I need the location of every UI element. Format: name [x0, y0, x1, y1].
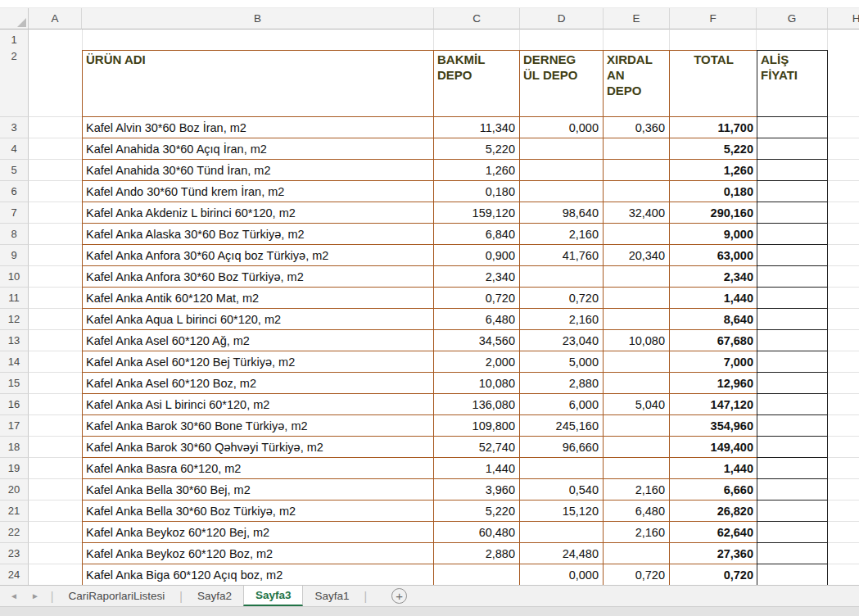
cell-product-name[interactable]: Kafel Anka Barok 30*60 Qəhvəyi Türkiyə, …: [82, 437, 434, 458]
cell-xirdalan-depo[interactable]: 0,720: [604, 564, 670, 585]
cell-bakmil-depo[interactable]: 1,440: [434, 458, 520, 479]
cell-total[interactable]: 7,000: [670, 351, 757, 373]
cell-total[interactable]: 2,340: [670, 266, 757, 288]
cell-bakmil-depo[interactable]: [434, 564, 520, 585]
cell-column-a[interactable]: [29, 266, 82, 288]
column-header-D[interactable]: D: [520, 8, 604, 29]
cell-total[interactable]: 8,640: [670, 309, 757, 330]
cell-total[interactable]: 0,720: [670, 564, 757, 585]
row-number[interactable]: 19: [0, 458, 29, 479]
cell-xirdalan-depo[interactable]: 20,340: [604, 245, 670, 266]
cell-total[interactable]: 290,160: [670, 202, 757, 224]
cell-total[interactable]: 1,260: [670, 160, 757, 181]
cell-dernegul-depo[interactable]: 96,660: [520, 437, 604, 458]
cell-column-h[interactable]: [828, 479, 859, 500]
cell-column-h[interactable]: [828, 564, 859, 585]
sheet-nav-next-icon[interactable]: ►: [31, 591, 39, 600]
cell-bakmil-depo[interactable]: 1,260: [434, 160, 520, 181]
column-header-H[interactable]: H: [828, 8, 859, 29]
cell-h2[interactable]: [828, 50, 859, 117]
cell-dernegul-depo[interactable]: [520, 458, 604, 479]
row-number[interactable]: 16: [0, 394, 29, 415]
cell-xirdalan-depo[interactable]: 2,160: [604, 522, 670, 543]
cell-xirdalan-depo[interactable]: 32,400: [604, 202, 670, 224]
row-number[interactable]: 24: [0, 564, 29, 585]
cell-bakmil-depo[interactable]: 6,840: [434, 224, 520, 245]
cell-dernegul-depo[interactable]: 24,480: [520, 543, 604, 564]
cell-product-name[interactable]: Kafel Anka Bella 30*60 Bej, m2: [82, 479, 434, 500]
cell-dernegul-depo[interactable]: 41,760: [520, 245, 604, 266]
cell-product-name[interactable]: Kafel Anka Antik 60*120 Mat, m2: [82, 288, 434, 309]
row-number[interactable]: 3: [0, 117, 29, 138]
cell-total[interactable]: 11,700: [670, 117, 757, 138]
cell-alis-fiyati[interactable]: [757, 330, 828, 351]
row-number[interactable]: 7: [0, 202, 29, 224]
header-xirdalan-depo[interactable]: XIRDAL AN DEPO: [604, 50, 670, 117]
cell-bakmil-depo[interactable]: 5,220: [434, 138, 520, 160]
cell-bakmil-depo[interactable]: 0,900: [434, 245, 520, 266]
column-header-A[interactable]: A: [29, 8, 82, 29]
cell-product-name[interactable]: Kafel Anka Asel 60*120 Bej Türkiyə, m2: [82, 351, 434, 373]
cell-total[interactable]: 63,000: [670, 245, 757, 266]
cell-column-h[interactable]: [828, 415, 859, 437]
cell-xirdalan-depo[interactable]: 0,360: [604, 117, 670, 138]
cell-dernegul-depo[interactable]: 15,120: [520, 500, 604, 522]
column-header-B[interactable]: B: [82, 8, 434, 29]
cell-xirdalan-depo[interactable]: [604, 181, 670, 202]
cell-xirdalan-depo[interactable]: [604, 224, 670, 245]
row-number[interactable]: 20: [0, 479, 29, 500]
cell-total[interactable]: 6,660: [670, 479, 757, 500]
cell-alis-fiyati[interactable]: [757, 564, 828, 585]
cell-column-h[interactable]: [828, 288, 859, 309]
cell-xirdalan-depo[interactable]: 10,080: [604, 330, 670, 351]
cell-alis-fiyati[interactable]: [757, 288, 828, 309]
cell-dernegul-depo[interactable]: 245,160: [520, 415, 604, 437]
cell-column-a[interactable]: [29, 224, 82, 245]
cell-column-h[interactable]: [828, 245, 859, 266]
cell-h1[interactable]: [828, 29, 859, 50]
row-number[interactable]: 10: [0, 266, 29, 288]
row-number[interactable]: 1: [0, 29, 29, 50]
cell-xirdalan-depo[interactable]: [604, 351, 670, 373]
cell-product-name[interactable]: Kafel Anka Basra 60*120, m2: [82, 458, 434, 479]
cell-total[interactable]: 5,220: [670, 138, 757, 160]
header-alis-fiyati[interactable]: ALİŞ FİYATI: [757, 50, 828, 117]
cell-alis-fiyati[interactable]: [757, 458, 828, 479]
cell-product-name[interactable]: Kafel Ando 30*60 Tünd krem İran, m2: [82, 181, 434, 202]
cell-column-a[interactable]: [29, 117, 82, 138]
cell-dernegul-depo[interactable]: 5,000: [520, 351, 604, 373]
cell-bakmil-depo[interactable]: 5,220: [434, 500, 520, 522]
cell-bakmil-depo[interactable]: 52,740: [434, 437, 520, 458]
cell-alis-fiyati[interactable]: [757, 394, 828, 415]
cell-total[interactable]: 147,120: [670, 394, 757, 415]
cell-alis-fiyati[interactable]: [757, 309, 828, 330]
sheet-tab-Sayfa1[interactable]: Sayfa1: [303, 586, 360, 606]
cell-column-a[interactable]: [29, 437, 82, 458]
cell-column-h[interactable]: [828, 500, 859, 522]
cell-column-h[interactable]: [828, 266, 859, 288]
cell-product-name[interactable]: Kafel Anka Anfora 30*60 Boz Türkiyə, m2: [82, 266, 434, 288]
column-header-G[interactable]: G: [757, 8, 828, 29]
cell-product-name[interactable]: Kafel Anka Alaska 30*60 Boz Türkiyə, m2: [82, 224, 434, 245]
cell-column-a[interactable]: [29, 138, 82, 160]
cell-column-a[interactable]: [29, 202, 82, 224]
cell-dernegul-depo[interactable]: 2,160: [520, 224, 604, 245]
cell-d1[interactable]: [520, 29, 604, 50]
row-number[interactable]: 6: [0, 181, 29, 202]
cell-column-h[interactable]: [828, 351, 859, 373]
row-number[interactable]: 17: [0, 415, 29, 437]
cell-total[interactable]: 27,360: [670, 543, 757, 564]
cell-alis-fiyati[interactable]: [757, 543, 828, 564]
cell-column-a[interactable]: [29, 245, 82, 266]
cell-product-name[interactable]: Kafel Anka Biga 60*120 Açıq boz, m2: [82, 564, 434, 585]
cell-column-h[interactable]: [828, 138, 859, 160]
cell-column-h[interactable]: [828, 458, 859, 479]
cell-xirdalan-depo[interactable]: [604, 309, 670, 330]
cell-total[interactable]: 62,640: [670, 522, 757, 543]
cell-alis-fiyati[interactable]: [757, 266, 828, 288]
cell-dernegul-depo[interactable]: [520, 522, 604, 543]
cell-column-h[interactable]: [828, 117, 859, 138]
cell-column-h[interactable]: [828, 202, 859, 224]
cell-dernegul-depo[interactable]: 0,000: [520, 564, 604, 585]
cell-xirdalan-depo[interactable]: 5,040: [604, 394, 670, 415]
